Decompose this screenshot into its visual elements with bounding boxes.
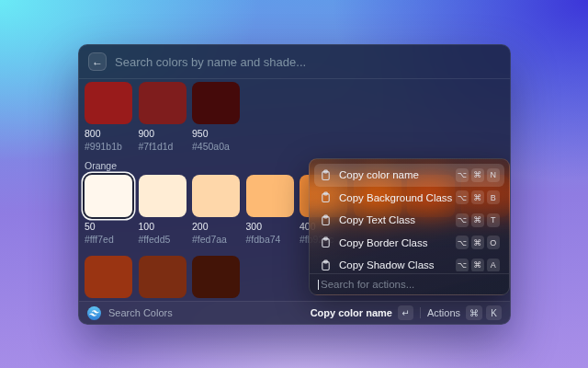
keycap: ⌥ <box>456 190 469 204</box>
app-name: Search Colors <box>108 307 173 318</box>
clipboard-icon <box>320 214 332 226</box>
actions-search-input[interactable]: Search for actions... <box>321 279 414 290</box>
menu-item-label: Copy Shadow Class <box>339 259 435 270</box>
shortcut-keys: ⌥⌘T <box>456 213 501 227</box>
menu-item-label: Copy Border Class <box>339 237 428 248</box>
swatch-hex-label: #ffedd5 <box>139 234 187 245</box>
swatch-shade-label: 900 <box>139 128 187 139</box>
primary-action-button[interactable]: Copy color name ↵ <box>311 305 413 320</box>
back-arrow-icon: ← <box>92 56 103 67</box>
keycap: ⌘ <box>471 168 485 182</box>
keycap: ⌘ <box>471 236 485 249</box>
keycap: ⌘ <box>471 259 485 271</box>
clipboard-icon <box>320 236 332 248</box>
swatch-shade-label: 300 <box>246 221 294 232</box>
keycap: B <box>487 190 501 204</box>
swatch-shade-label: 800 <box>85 128 132 139</box>
color-swatch-cell[interactable] <box>139 256 187 298</box>
shortcut-keys: ⌥⌘N <box>456 168 501 182</box>
color-swatch-cell[interactable]: 900#7f1d1d <box>139 82 187 152</box>
search-input[interactable]: Search colors by name and shade... <box>115 55 306 69</box>
command-key-icon: ⌘ <box>466 305 482 320</box>
keycap: O <box>487 236 501 249</box>
color-swatch-cell[interactable] <box>85 256 132 298</box>
clipboard-icon <box>320 259 332 271</box>
swatch-hex-label: #fff7ed <box>85 234 132 245</box>
actions-menu: Copy color name⌥⌘NCopy Background Class⌥… <box>309 158 510 295</box>
keycap: ⌘ <box>471 190 485 204</box>
tailwind-logo-icon <box>87 306 101 320</box>
color-swatch-200[interactable] <box>192 175 240 217</box>
color-swatch-100[interactable] <box>139 175 187 217</box>
color-swatch-cell[interactable]: 50#fff7ed <box>85 175 132 245</box>
color-swatch-cell[interactable]: 950#450a0a <box>192 82 240 152</box>
search-bar: ← Search colors by name and shade... <box>79 45 510 79</box>
keycap: ⌥ <box>456 259 469 271</box>
k-key-icon: K <box>486 305 502 320</box>
color-swatch-cell[interactable]: 800#991b1b <box>85 82 132 152</box>
swatch-shade-label: 50 <box>85 221 132 232</box>
menu-item-copy-shadow-class[interactable]: Copy Shadow Class⌥⌘A <box>314 254 504 271</box>
menu-item-copy-text-class[interactable]: Copy Text Class⌥⌘T <box>314 209 504 232</box>
menu-item-copy-background-class[interactable]: Copy Background Class⌥⌘B <box>314 187 504 210</box>
shortcut-keys: ⌥⌘B <box>456 190 501 204</box>
swatch-shade-label: 950 <box>192 128 240 139</box>
clipboard-icon <box>320 169 332 181</box>
swatch-hex-label: #450a0a <box>192 141 240 152</box>
menu-item-copy-color-name[interactable]: Copy color name⌥⌘N <box>314 164 504 187</box>
swatch-hex-label: #7f1d1d <box>139 141 187 152</box>
swatch-shade-label: 200 <box>192 221 240 232</box>
keycap: ⌥ <box>456 168 469 182</box>
keycap: ⌥ <box>456 213 469 227</box>
command-palette-window: ← Search colors by name and shade... 800… <box>78 44 511 325</box>
back-button[interactable]: ← <box>88 52 107 71</box>
color-swatch-cell[interactable]: 300#fdba74 <box>246 175 294 245</box>
swatch-hex-label: #fdba74 <box>246 234 294 245</box>
keycap: ⌘ <box>471 213 485 227</box>
color-swatch[interactable] <box>85 256 132 298</box>
color-swatch-300[interactable] <box>246 175 294 217</box>
shortcut-keys: ⌥⌘A <box>456 259 501 271</box>
swatch-shade-label: 100 <box>139 221 187 232</box>
menu-item-label: Copy Text Class <box>339 214 415 225</box>
shortcut-keys: ⌥⌘O <box>456 236 501 249</box>
color-swatch-900[interactable] <box>139 82 187 124</box>
return-key-icon: ↵ <box>398 305 413 320</box>
keycap: ⌥ <box>456 236 469 249</box>
red-shade-row: 800#991b1b900#7f1d1d950#450a0a <box>85 82 504 152</box>
text-cursor <box>318 280 319 290</box>
swatch-hex-label: #991b1b <box>85 141 132 152</box>
color-swatch-cell[interactable]: 200#fed7aa <box>192 175 240 245</box>
keycap: A <box>487 259 501 271</box>
footer-actions: Copy color name ↵ Actions ⌘ K <box>311 305 502 320</box>
menu-item-copy-border-class[interactable]: Copy Border Class⌥⌘O <box>314 232 504 255</box>
color-swatch-50[interactable] <box>85 175 132 217</box>
keycap: N <box>487 168 501 182</box>
actions-menu-list: Copy color name⌥⌘NCopy Background Class⌥… <box>310 159 509 271</box>
primary-action-label: Copy color name <box>311 307 392 318</box>
color-swatch[interactable] <box>192 256 240 298</box>
color-swatch-800[interactable] <box>85 82 132 124</box>
keycap: T <box>487 213 501 227</box>
footer-divider <box>420 307 421 318</box>
actions-search-row: Search for actions... <box>310 273 509 294</box>
menu-item-label: Copy color name <box>339 169 419 180</box>
color-swatch-950[interactable] <box>192 82 240 124</box>
actions-button[interactable]: Actions ⌘ K <box>427 305 502 320</box>
menu-item-label: Copy Background Class <box>339 192 452 203</box>
color-swatch-cell[interactable]: 100#ffedd5 <box>139 175 187 245</box>
color-swatch-cell[interactable] <box>192 256 240 298</box>
color-swatch[interactable] <box>139 256 187 298</box>
swatch-hex-label: #fed7aa <box>192 234 240 245</box>
status-bar: Search Colors Copy color name ↵ Actions … <box>79 301 510 324</box>
clipboard-icon <box>320 191 332 203</box>
actions-label: Actions <box>427 307 460 318</box>
desktop-background: ← Search colors by name and shade... 800… <box>0 0 588 368</box>
